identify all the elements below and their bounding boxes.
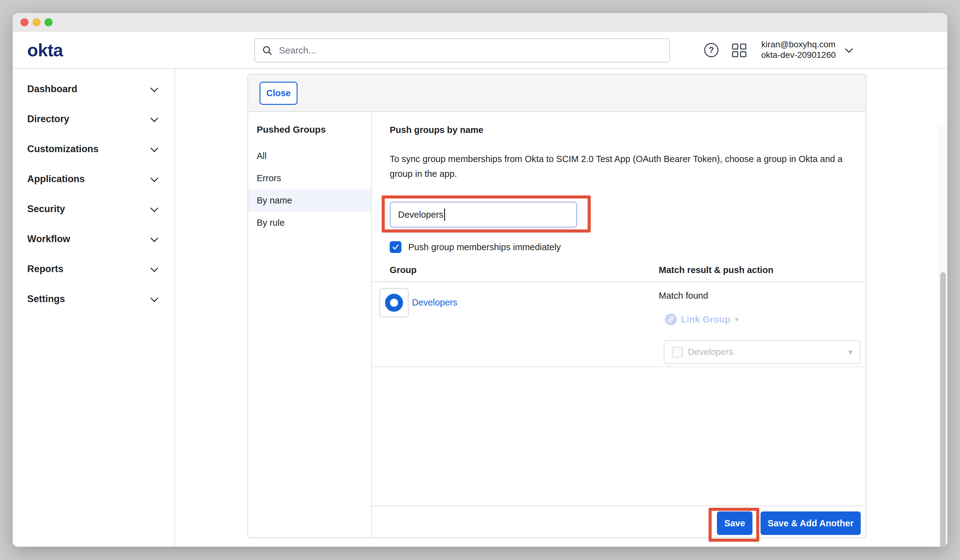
vertical-scrollbar-thumb[interactable] bbox=[940, 272, 946, 547]
footer-divider bbox=[372, 506, 866, 506]
vertical-scrollbar-track[interactable] bbox=[939, 124, 947, 547]
global-search bbox=[254, 38, 670, 62]
close-button[interactable]: Close bbox=[259, 82, 298, 105]
question-mark-icon: ? bbox=[709, 45, 714, 55]
sidebar-item-workflow[interactable]: Workflow bbox=[13, 224, 174, 254]
target-group-dropdown[interactable]: Developers ▾ bbox=[664, 340, 861, 364]
chevron-down-icon bbox=[150, 264, 158, 272]
help-button[interactable]: ? bbox=[704, 43, 718, 57]
save-button[interactable]: Save bbox=[717, 512, 752, 535]
caret-down-icon: ▾ bbox=[735, 315, 739, 324]
text-cursor bbox=[444, 208, 445, 221]
chevron-down-icon bbox=[844, 48, 854, 54]
sidebar-item-customizations[interactable]: Customizations bbox=[13, 134, 174, 164]
sidebar-item-reports[interactable]: Reports bbox=[13, 254, 174, 284]
link-icon bbox=[665, 314, 677, 325]
page-title: Push groups by name bbox=[390, 125, 483, 135]
chevron-down-icon bbox=[150, 234, 158, 242]
group-name-input[interactable]: Developers bbox=[390, 202, 577, 227]
sidebar-item-applications[interactable]: Applications bbox=[13, 164, 174, 194]
grid-square-icon bbox=[740, 51, 746, 57]
grid-square-icon bbox=[740, 43, 746, 50]
group-input-value: Developers bbox=[398, 210, 443, 220]
account-menu[interactable]: kiran@boxyhq.com okta-dev-20901260 bbox=[761, 39, 854, 60]
target-group-value: Developers bbox=[688, 347, 848, 357]
sidebar: Dashboard Directory Customizations Appli… bbox=[13, 69, 175, 547]
sidebar-item-settings[interactable]: Settings bbox=[13, 284, 174, 314]
traffic-light-zoom-button[interactable] bbox=[45, 18, 53, 26]
push-groups-panel: Close Pushed Groups All Errors By name B… bbox=[247, 74, 866, 538]
link-group-label: Link Group bbox=[681, 314, 731, 325]
chevron-down-icon bbox=[150, 204, 158, 212]
caret-down-icon: ▾ bbox=[848, 347, 852, 357]
push-immediately-checkbox[interactable] bbox=[390, 241, 402, 253]
chevron-down-icon bbox=[150, 294, 158, 302]
okta-logo[interactable]: okta bbox=[27, 40, 63, 60]
app-window: okta ? kiran@boxyhq.com okta-dev-2090126… bbox=[13, 13, 947, 547]
group-name-link[interactable]: Developers bbox=[412, 298, 458, 308]
nav-item-errors[interactable]: Errors bbox=[248, 167, 371, 189]
column-header-match: Match result & push action bbox=[659, 265, 773, 275]
column-header-group: Group bbox=[390, 265, 417, 275]
main-area: Dashboard Directory Customizations Appli… bbox=[13, 69, 947, 547]
chevron-down-icon bbox=[150, 84, 158, 92]
panel-toolbar: Close bbox=[248, 75, 866, 112]
apps-grid-button[interactable] bbox=[732, 43, 747, 57]
link-group-button[interactable]: Link Group ▾ bbox=[665, 314, 739, 325]
group-icon bbox=[385, 294, 403, 312]
pushed-groups-nav: Pushed Groups All Errors By name By rule bbox=[248, 112, 372, 538]
account-email: kiran@boxyhq.com bbox=[761, 39, 836, 50]
table-header: Group Match result & push action bbox=[372, 259, 866, 282]
search-icon bbox=[262, 45, 273, 56]
match-status-text: Match found bbox=[659, 291, 708, 301]
chevron-down-icon bbox=[150, 114, 158, 122]
group-avatar-tile bbox=[379, 288, 408, 317]
pushed-groups-title: Pushed Groups bbox=[248, 112, 371, 135]
traffic-light-close-button[interactable] bbox=[21, 18, 29, 26]
account-org: okta-dev-20901260 bbox=[761, 50, 836, 60]
sidebar-item-security[interactable]: Security bbox=[13, 194, 174, 224]
row-divider bbox=[372, 366, 866, 367]
nav-item-by-name[interactable]: By name bbox=[248, 189, 371, 211]
traffic-light-minimize-button[interactable] bbox=[32, 18, 40, 26]
sidebar-item-dashboard[interactable]: Dashboard bbox=[13, 74, 174, 104]
grid-square-icon bbox=[732, 51, 738, 57]
save-add-another-button[interactable]: Save & Add Another bbox=[760, 512, 861, 535]
chevron-down-icon bbox=[150, 144, 158, 152]
nav-item-all[interactable]: All bbox=[248, 145, 371, 167]
grid-square-icon bbox=[732, 43, 738, 50]
push-immediately-label: Push group memberships immediately bbox=[408, 242, 561, 252]
description-text: To sync group memberships from Okta to S… bbox=[390, 152, 857, 181]
nav-item-by-rule[interactable]: By rule bbox=[248, 211, 371, 234]
window-titlebar bbox=[13, 13, 947, 32]
push-by-name-content: Push groups by name To sync group member… bbox=[372, 112, 866, 538]
checkmark-icon bbox=[392, 243, 399, 251]
group-placeholder-icon bbox=[672, 347, 683, 358]
app-header: okta ? kiran@boxyhq.com okta-dev-2090126… bbox=[13, 32, 947, 69]
search-input[interactable] bbox=[278, 45, 662, 56]
chevron-down-icon bbox=[150, 174, 158, 182]
sidebar-item-directory[interactable]: Directory bbox=[13, 104, 174, 134]
